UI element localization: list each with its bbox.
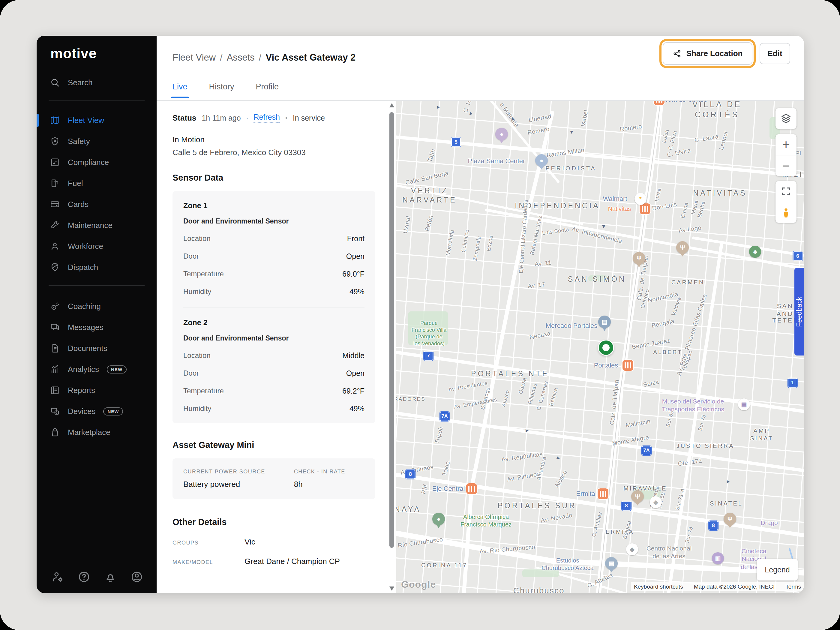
account-button[interactable] [130,570,144,584]
shield-icon [50,136,60,147]
zoom-out-button[interactable]: − [775,155,796,176]
map-canvas[interactable]: VILLA DE CORTÉSPERIODISTAVÉRTIZ NARVARTE… [396,101,804,593]
ermita-metro-icon[interactable] [598,488,608,499]
sidebar-item-compliance[interactable]: Compliance [36,153,156,172]
sidebar-item-cards[interactable]: Cards [36,195,156,214]
sidebar-item-fleet-view[interactable]: Fleet View [36,111,156,130]
sidebar-item-devices[interactable]: DevicesNEW [36,402,156,421]
villa-de-cortes-metro-icon[interactable] [654,101,665,105]
panel-scrollbar[interactable] [389,101,394,593]
theater-pin[interactable]: ● [495,128,508,141]
sidebar-item-safety[interactable]: Safety [36,132,156,151]
notifications-button[interactable] [104,570,117,584]
zoom-in-button[interactable]: + [775,134,796,155]
sensor-row: Humidity 49% [183,404,365,413]
pool-pin[interactable]: ● [432,513,445,525]
other-detail-value: Vic [245,537,255,546]
breadcrumb-fleet-view[interactable]: Fleet View [172,52,216,63]
sensor-row-label: Temperature [183,270,224,278]
map-data-text: Map data ©2026 Google, INEGI [694,584,775,590]
scrollbar-thumb[interactable] [389,112,394,548]
tab-history[interactable]: History [209,82,234,98]
sensor-row-label: Location [183,351,211,360]
asset-location-marker[interactable] [599,341,613,355]
restaurant-pin[interactable]: Ψ [723,513,736,525]
sidebar-item-dispatch[interactable]: Dispatch [36,258,156,277]
edit-button[interactable]: Edit [759,43,790,64]
devices-icon [50,406,60,417]
sidebar-search[interactable]: Search [36,73,156,92]
sidebar-item-workforce[interactable]: Workforce [36,237,156,256]
motive-logo: motive [51,45,96,62]
restaurant-pin[interactable]: Ψ [631,490,644,503]
scroll-down-arrow[interactable] [389,586,394,591]
museum-icon[interactable]: ▤ [738,398,750,411]
map-attribution: Keyboard shortcuts Map data ©2026 Google… [631,582,804,591]
map-layers-button[interactable] [775,108,796,129]
route-shield-5: 5 [451,137,461,147]
admin-user-button[interactable] [51,570,64,584]
breadcrumb-assets[interactable]: Assets [227,52,255,63]
sidebar-item-messages[interactable]: Messages [36,318,156,337]
sidebar-item-maintenance[interactable]: Maintenance [36,216,156,235]
report-icon [50,385,60,395]
portales-metro-icon[interactable] [622,360,633,371]
asset-address: Calle 5 de Febrero, Mexico City 03303 [172,148,375,157]
sidebar-item-coaching[interactable]: Coaching [36,297,156,316]
fullscreen-pegman-controls [775,181,796,223]
chat-icon [50,322,60,332]
sidebar-item-label: Cards [68,200,88,209]
refresh-link[interactable]: Refresh [254,113,280,123]
service-state: In service [293,114,325,122]
help-button[interactable] [77,570,91,584]
chart-icon [50,364,60,374]
keyboard-shortcuts-link[interactable]: Keyboard shortcuts [634,584,683,590]
cineteca-icon[interactable]: ▥ [712,552,724,564]
check-in-rate-value: 8h [294,480,345,489]
tab-profile[interactable]: Profile [256,82,279,98]
sidebar-item-reports[interactable]: Reports [36,381,156,400]
sidebar-item-label: Fuel [68,179,83,188]
zone-sensor-type: Door and Environmental Sensor [183,217,365,225]
park-icon[interactable]: ♣ [749,246,761,258]
minus-icon: − [782,159,790,172]
other-details-rows: GROUPS VicMAKE/MODEL Great Dane / Champi… [172,537,375,566]
mall-pin[interactable]: ● [535,154,548,167]
sidebar-item-fuel[interactable]: Fuel [36,174,156,193]
sidebar-item-label: Compliance [68,158,109,167]
nativitas-metro-icon[interactable] [639,204,651,214]
pegman-button[interactable] [775,202,796,223]
market-pin[interactable]: ▤ [598,316,611,328]
sensor-row: Humidity 49% [183,287,365,296]
app-window: motive Search Fleet ViewSafetyCompliance… [36,36,804,593]
new-badge: NEW [103,407,123,415]
sidebar-item-label: Workforce [68,242,103,251]
sidebar-item-analytics[interactable]: AnalyticsNEW [36,360,156,379]
eje-central-metro-icon[interactable] [466,483,477,494]
share-location-highlight-ring: Share Location [659,39,756,68]
sensor-row-value: Middle [342,351,365,360]
restaurant-pin[interactable]: Ψ [676,241,689,254]
status-row: Status 1h 11m ago · Refresh • In service [172,113,375,123]
bag-icon [50,427,60,437]
sidebar-item-label: Safety [68,137,90,146]
terms-link[interactable]: Terms [785,584,801,590]
studios-pin[interactable]: ▤ [605,557,618,570]
church-icon[interactable]: ◆ [650,496,662,508]
share-location-button[interactable]: Share Location [663,42,752,65]
zone-name: Zone 1 [183,201,365,210]
walmart-icon[interactable]: * [635,193,646,205]
restaurant-pin[interactable]: Ψ [633,252,645,265]
sidebar-item-label: Reports [68,386,95,395]
legend-button[interactable]: Legend [757,559,798,581]
asset-gateway-heading: Asset Gateway Mini [172,440,375,450]
feedback-tab[interactable]: Feedback [794,268,804,355]
sidebar-item-marketplace[interactable]: Marketplace [36,423,156,442]
fullscreen-button[interactable] [775,181,796,202]
tab-live[interactable]: Live [172,82,188,98]
arts-center-icon[interactable]: ◆ [626,543,638,555]
sidebar-search-label: Search [68,78,92,87]
scroll-up-arrow[interactable] [389,103,394,107]
sidebar-item-documents[interactable]: Documents [36,339,156,358]
sensor-row: Temperature 69.0°F [183,270,365,278]
